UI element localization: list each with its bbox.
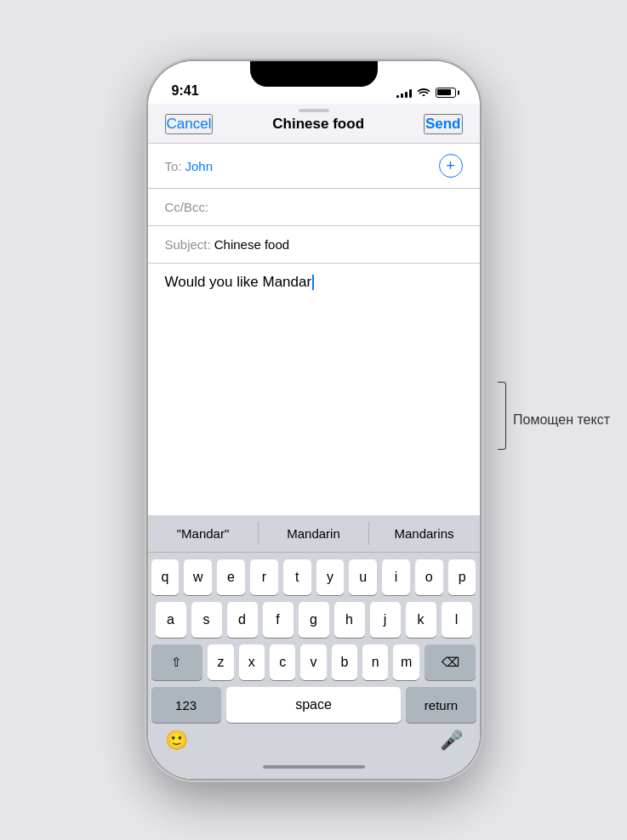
cancel-button[interactable]: Cancel (165, 114, 214, 134)
key-v[interactable]: v (300, 644, 326, 680)
autocomplete-label-2: Mandarins (394, 526, 453, 541)
space-key[interactable]: space (226, 687, 402, 723)
subject-field-row[interactable]: Subject: Chinese food (148, 226, 480, 264)
key-j[interactable]: j (370, 602, 401, 638)
autocomplete-item-0[interactable]: "Mandar" (148, 515, 259, 552)
key-row-2: a s d f g h j k l (151, 602, 476, 638)
body-text: Would you like Mandar (165, 274, 312, 290)
keyboard-area: "Mandar" Mandarin Mandarins q w e r t (148, 515, 480, 779)
add-recipient-button[interactable]: + (439, 154, 463, 178)
form-fields: To: John + Cc/Bcc: Subject: Chinese food (148, 144, 480, 264)
key-h[interactable]: h (334, 602, 365, 638)
signal-bars-icon (396, 88, 412, 98)
key-b[interactable]: b (332, 644, 357, 680)
key-z[interactable]: z (208, 644, 233, 680)
cc-bcc-field-row[interactable]: Cc/Bcc: (148, 189, 480, 226)
to-value: John (185, 159, 439, 173)
key-p[interactable]: p (448, 559, 476, 595)
key-row-4: 123 space return (151, 687, 476, 723)
key-g[interactable]: g (299, 602, 329, 638)
key-o[interactable]: o (415, 559, 443, 595)
subject-value: Chinese food (214, 237, 463, 252)
return-key[interactable]: return (406, 687, 476, 723)
key-e[interactable]: e (217, 559, 245, 595)
subject-label: Subject: (165, 237, 211, 252)
key-c[interactable]: c (270, 644, 295, 680)
autocomplete-bar: "Mandar" Mandarin Mandarins (148, 515, 480, 553)
send-button[interactable]: Send (424, 114, 463, 134)
email-title: Chinese food (272, 116, 364, 133)
key-row-3: ⇧ z x c v b n m ⌫ (151, 644, 476, 680)
key-k[interactable]: k (406, 602, 436, 638)
key-i[interactable]: i (382, 559, 410, 595)
annotation: Помощен текст (498, 390, 610, 450)
key-s[interactable]: s (191, 602, 222, 638)
email-compose-area: Cancel Chinese food Send To: John + Cc/B… (148, 104, 480, 779)
autocomplete-label-1: Mandarin (287, 526, 340, 541)
annotation-text: Помощен текст (513, 412, 610, 428)
key-m[interactable]: m (393, 644, 419, 680)
to-field-row[interactable]: To: John + (148, 144, 480, 189)
key-q[interactable]: q (151, 559, 180, 595)
email-body[interactable]: Would you like Mandar (148, 264, 480, 515)
key-w[interactable]: w (184, 559, 212, 595)
nav-bar: Cancel Chinese food Send (148, 104, 480, 144)
text-cursor (312, 275, 314, 290)
key-t[interactable]: t (283, 559, 311, 595)
key-n[interactable]: n (362, 644, 388, 680)
key-row-1: q w e r t y u i o p (151, 559, 476, 595)
drag-handle (299, 109, 329, 112)
status-icons (396, 86, 456, 99)
emoji-icon[interactable]: 🙂 (165, 729, 188, 752)
wifi-icon (417, 86, 430, 99)
bottom-bar: 🙂 🎤 (148, 726, 480, 755)
annotation-bracket (498, 382, 506, 450)
key-a[interactable]: a (156, 602, 186, 638)
dictation-icon[interactable]: 🎤 (440, 729, 463, 752)
autocomplete-label-0: "Mandar" (177, 526, 230, 541)
key-u[interactable]: u (349, 559, 377, 595)
autocomplete-item-1[interactable]: Mandarin (259, 515, 369, 552)
keyboard-keys: q w e r t y u i o p a s d f g (148, 553, 480, 726)
key-f[interactable]: f (263, 602, 294, 638)
key-r[interactable]: r (250, 559, 278, 595)
phone-frame: 9:41 Cancel Chinese food Sen (148, 61, 480, 779)
shift-key[interactable]: ⇧ (151, 644, 203, 680)
numbers-key[interactable]: 123 (151, 687, 221, 723)
notch (250, 61, 378, 87)
key-x[interactable]: x (239, 644, 265, 680)
cc-bcc-label: Cc/Bcc: (165, 200, 209, 214)
key-d[interactable]: d (227, 602, 258, 638)
delete-key[interactable]: ⌫ (425, 644, 476, 680)
home-indicator (148, 755, 480, 779)
home-bar (263, 765, 365, 769)
to-label: To: (165, 159, 182, 173)
battery-icon (436, 88, 456, 98)
key-l[interactable]: l (442, 602, 472, 638)
autocomplete-item-2[interactable]: Mandarins (369, 515, 480, 552)
key-y[interactable]: y (316, 559, 345, 595)
